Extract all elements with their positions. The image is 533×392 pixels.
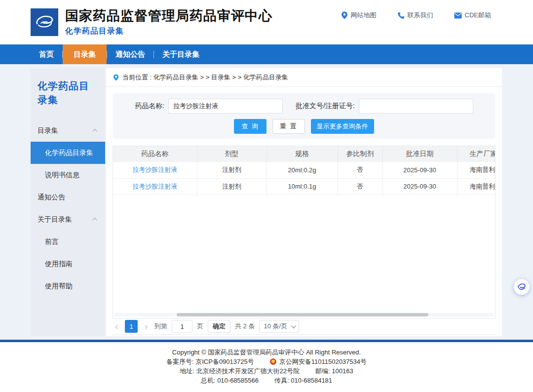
- police-badge-icon: [270, 358, 276, 365]
- cde-logo: [31, 8, 58, 36]
- search-form: 药品名称: 批准文号/注册证号: 查 询 重 置 显示更多查询条件: [113, 93, 495, 139]
- drug-link[interactable]: 拉考沙胺注射液: [132, 166, 177, 173]
- prev-page-icon[interactable]: ‹: [113, 322, 120, 331]
- column-header-spec: 规格: [266, 146, 338, 162]
- sidebar: 化学药品目录集 目录集 化学药品目录集 说明书信息 通知公告 关于目录集 前言 …: [31, 68, 105, 336]
- cde-logo-swirl-icon: [34, 11, 55, 33]
- footer-fax: 传真: 010-68584181: [274, 376, 332, 385]
- sidebar-group-catalog[interactable]: 目录集: [31, 119, 105, 142]
- cell-manufacturer: 海南普利制药: [457, 178, 495, 195]
- chevron-up-icon: [92, 218, 97, 223]
- column-header-dosage-form: 剂型: [197, 146, 266, 162]
- pagination: ‹ 1 › 到第 页 确定 共 2 条 10 条/页: [113, 318, 495, 335]
- contact-link[interactable]: 联系我们: [397, 11, 433, 20]
- goto-confirm-button[interactable]: 确定: [208, 320, 230, 333]
- goto-page-label: 到第: [154, 322, 167, 331]
- reset-button[interactable]: 重 置: [272, 119, 305, 134]
- column-header-reference: 参比制剂: [338, 146, 382, 162]
- results-table: 药品名称 剂型 规格 参比制剂 批准日期 生产厂家 拉考沙胺注射液 注射剂 20…: [113, 146, 495, 195]
- sidebar-item-help-label: 使用帮助: [45, 282, 73, 291]
- site-title: 国家药品监督管理局药品审评中心: [65, 8, 272, 24]
- nav-item-catalog[interactable]: 目录集: [63, 44, 107, 64]
- footer-security-number: 京公网安备11011502037534号: [279, 357, 367, 366]
- footer-address: 地址: 北京经济技术开发区广德大街22号院: [180, 366, 300, 376]
- cell-approval-date: 2025-09-30: [382, 162, 457, 178]
- cell-spec: 10ml:0.1g: [266, 178, 338, 195]
- cell-approval-date: 2025-09-30: [382, 178, 457, 195]
- cell-dosage-form: 注射剂: [197, 178, 266, 195]
- table-row: 拉考沙胺注射液 注射剂 20ml:0.2g 否 2025-09-30 海南普利制…: [113, 162, 495, 178]
- sidebar-item-label-info-label: 说明书信息: [45, 171, 79, 180]
- goto-page-input[interactable]: [172, 320, 192, 333]
- footer-icp-number: 备案序号: 京ICP备09013725号: [166, 357, 254, 366]
- column-header-drug-name: 药品名称: [113, 146, 197, 162]
- current-page-button[interactable]: 1: [125, 320, 138, 333]
- sidebar-item-user-guide-label: 使用指南: [45, 260, 73, 269]
- page-size-select[interactable]: 10 条/页: [259, 320, 299, 333]
- breadcrumb: 当前位置 : 化学药品目录集 > > 目录集 > > 化学药品目录集: [106, 68, 502, 87]
- main-panel: 当前位置 : 化学药品目录集 > > 目录集 > > 化学药品目录集 药品名称:…: [106, 68, 502, 336]
- table-row: 拉考沙胺注射液 注射剂 10ml:0.1g 否 2025-09-30 海南普利制…: [113, 178, 495, 195]
- cell-spec: 20ml:0.2g: [266, 162, 338, 178]
- footer-phone: 总机: 010-68585566: [201, 376, 259, 385]
- float-widget-swirl-icon: [517, 282, 527, 292]
- site-subtitle: 化学药品目录集: [65, 26, 272, 37]
- chevron-down-icon: [291, 323, 296, 328]
- location-pin-icon: [113, 74, 119, 81]
- cde-mail-link-label: CDE邮箱: [465, 11, 491, 20]
- sidebar-group-notices[interactable]: 通知公告: [31, 186, 105, 208]
- horizontal-scrollbar-track[interactable]: [114, 313, 494, 316]
- more-conditions-button[interactable]: 显示更多查询条件: [311, 119, 374, 134]
- sidebar-group-about[interactable]: 关于目录集: [31, 208, 105, 231]
- drug-name-input[interactable]: [168, 99, 283, 114]
- license-number-input[interactable]: [359, 99, 473, 114]
- next-page-icon[interactable]: ›: [142, 322, 150, 331]
- site-footer: Copyright © 国家药品监督管理局药品审评中心 All Right Re…: [0, 342, 533, 392]
- cell-manufacturer: 海南普利制药: [457, 162, 495, 178]
- footer-copyright: Copyright © 国家药品监督管理局药品审评中心 All Right Re…: [0, 348, 533, 357]
- drug-name-label: 药品名称:: [135, 102, 164, 111]
- sidebar-item-preface-label: 前言: [45, 237, 59, 246]
- sitemap-link[interactable]: 网站地图: [341, 11, 377, 20]
- page-body: 化学药品目录集 目录集 化学药品目录集 说明书信息 通知公告 关于目录集 前言 …: [0, 64, 533, 340]
- cde-mail-link[interactable]: CDE邮箱: [454, 11, 491, 20]
- site-header: 国家药品监督管理局药品审评中心 化学药品目录集 网站地图 联系我们 CDE邮箱: [0, 0, 533, 44]
- total-count-label: 共 2 条: [235, 322, 255, 331]
- header-links: 网站地图 联系我们 CDE邮箱: [341, 11, 491, 20]
- page-unit-label: 页: [197, 322, 203, 331]
- sidebar-item-chemical-catalog[interactable]: 化学药品目录集: [31, 142, 105, 164]
- nav-item-home[interactable]: 首页: [31, 44, 62, 64]
- sitemap-link-label: 网站地图: [351, 11, 377, 20]
- sidebar-group-about-label: 关于目录集: [38, 215, 72, 224]
- horizontal-scrollbar-thumb[interactable]: [177, 313, 428, 316]
- page-size-value: 10 条/页: [264, 322, 287, 331]
- cell-reference: 否: [338, 178, 382, 195]
- sidebar-item-preface[interactable]: 前言: [31, 231, 105, 253]
- nav-item-about-catalog[interactable]: 关于目录集: [154, 44, 208, 64]
- cell-dosage-form: 注射剂: [197, 162, 266, 178]
- nav-item-notices[interactable]: 通知公告: [107, 44, 153, 64]
- sidebar-title: 化学药品目录集: [31, 79, 105, 107]
- query-button[interactable]: 查 询: [234, 119, 266, 134]
- float-widget-button[interactable]: [514, 279, 530, 295]
- contact-link-label: 联系我们: [408, 11, 433, 20]
- sidebar-item-user-guide[interactable]: 使用指南: [31, 253, 105, 275]
- main-nav: 首页 目录集 通知公告 关于目录集: [0, 44, 533, 64]
- chevron-up-icon: [92, 129, 97, 134]
- license-number-label: 批准文号/注册证号:: [296, 102, 355, 111]
- results-table-container: 药品名称 剂型 规格 参比制剂 批准日期 生产厂家 拉考沙胺注射液 注射剂 20…: [113, 146, 495, 318]
- column-header-approval-date: 批准日期: [382, 146, 457, 162]
- sidebar-item-help[interactable]: 使用帮助: [31, 275, 105, 297]
- column-header-manufacturer: 生产厂家: [457, 146, 495, 162]
- sidebar-item-label-info[interactable]: 说明书信息: [31, 164, 105, 186]
- map-pin-icon: [341, 11, 348, 19]
- phone-icon: [397, 12, 405, 19]
- footer-postcode: 邮编: 100163: [315, 366, 353, 376]
- cell-reference: 否: [338, 162, 382, 178]
- mail-icon: [454, 12, 462, 19]
- breadcrumb-text: 当前位置 : 化学药品目录集 > > 目录集 > > 化学药品目录集: [122, 73, 288, 82]
- sidebar-group-catalog-label: 目录集: [38, 126, 58, 135]
- sidebar-item-chemical-catalog-label: 化学药品目录集: [45, 149, 93, 157]
- drug-link[interactable]: 拉考沙胺注射液: [132, 183, 177, 190]
- sidebar-group-notices-label: 通知公告: [38, 193, 65, 202]
